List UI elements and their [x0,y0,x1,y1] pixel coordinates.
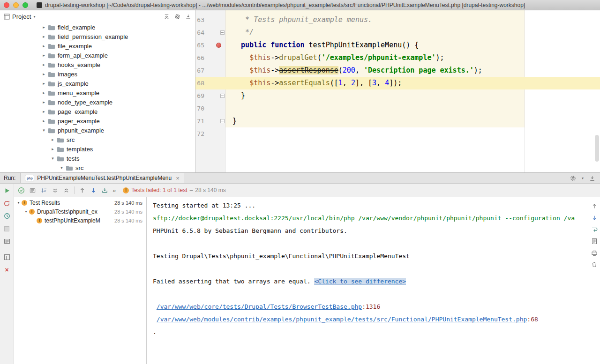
project-tree-item[interactable]: ▸file_example [0,41,195,51]
hide-panel-icon[interactable] [185,14,191,20]
editor-scrollbar-thumb[interactable] [595,135,599,162]
settings-gear-icon[interactable] [174,14,180,20]
line-number[interactable]: 70 [195,102,225,115]
minimize-window-button[interactable] [13,2,19,8]
test-result-item[interactable]: !testPhpUnitExampleM28 s 140 ms [14,216,146,225]
line-number[interactable]: 65 [195,39,225,52]
expand-all-button[interactable] [52,187,59,194]
line-number[interactable]: 71 [195,115,225,127]
console-line: PHPUnit 6.5.8 by Sebastian Bergmann and … [153,224,600,237]
run-toolbar-icons: » [18,186,116,194]
project-tree-item[interactable]: ▸js_example [0,79,195,88]
chevron-right-icon[interactable]: ▸ [41,34,46,39]
project-tree-item[interactable]: ▸node_type_example [0,97,195,107]
zoom-window-button[interactable] [22,2,28,8]
line-number[interactable]: 64 [195,26,225,39]
project-header-title[interactable]: Project [12,13,31,20]
print-console-button[interactable] [591,250,598,256]
next-failed-test-button[interactable] [90,187,97,194]
line-number[interactable]: 69 [195,89,225,102]
test-failed-gutter-icon[interactable] [216,43,221,48]
console-line: Testing Drupal\Tests\phpunit_example\Fun… [153,250,600,262]
project-tree-item[interactable]: ▸page_example [0,107,195,116]
project-tree-item[interactable]: ▸images [0,69,195,79]
stop-button[interactable] [3,225,11,232]
console-file-link[interactable]: /var/www/web/core/tests/Drupal/Tests/Bro… [157,303,362,310]
project-tree-item[interactable]: ▸form_api_example [0,51,195,60]
project-tree-item[interactable]: ▸field_permission_example [0,32,195,41]
collapse-all-button[interactable] [63,187,70,194]
fold-marker-icon[interactable] [220,119,225,123]
chevron-down-icon[interactable]: ▾ [23,209,29,214]
line-number[interactable]: 68 [195,77,225,89]
run-console[interactable]: Testing started at 13:25 ...sftp://docke… [147,197,600,364]
project-tree-item[interactable]: ▾tests [0,154,195,163]
chevron-down-icon[interactable]: ▾ [33,15,35,19]
project-tree-item[interactable]: ▸src [0,135,195,144]
project-tree-item[interactable]: ▾phpunit_example [0,126,195,135]
chevron-right-icon[interactable]: ▸ [41,100,46,104]
close-run-panel-button[interactable]: × [3,266,11,274]
sort-by-duration-toggle[interactable] [40,187,47,194]
test-result-item[interactable]: ▾!Drupal\Tests\phpunit_ex28 s 140 ms [14,207,146,216]
console-file-link[interactable]: /var/www/web/modules/contrib/examples/ph… [157,316,527,323]
chevron-right-icon[interactable]: ▸ [41,119,46,123]
toggle-auto-test-button[interactable] [3,212,11,220]
restore-layout-button[interactable] [3,253,11,261]
chevron-right-icon[interactable]: ▸ [41,25,46,30]
run-tab[interactable]: php PHPUnitExampleMenuTest.testPhpUnitEx… [20,173,184,183]
title-bar[interactable]: drupal-testing-workshop [~/Code/os/drupa… [0,0,600,10]
down-stack-trace-button[interactable] [591,215,598,221]
fold-marker-icon[interactable] [220,94,225,98]
chevron-down-icon[interactable]: ▾ [59,165,64,170]
scroll-to-end-button[interactable] [591,238,598,245]
line-number[interactable]: 67 [195,64,225,77]
show-ignored-toggle[interactable] [29,187,36,194]
chevron-down-icon[interactable]: ▾ [41,128,46,133]
previous-failed-test-button[interactable] [79,187,86,194]
up-stack-trace-button[interactable] [591,203,598,209]
project-tree-item[interactable]: ▸pager_example [0,116,195,126]
project-tree-item[interactable]: ▸templates [0,144,195,154]
chevron-right-icon[interactable]: ▸ [41,53,46,58]
editor[interactable]: 63 * Tests phpunit_example menus.64 */65… [195,10,600,172]
hide-run-panel-icon[interactable] [589,175,595,181]
soft-wrap-toggle[interactable] [591,226,598,233]
chevron-right-icon[interactable]: ▸ [41,72,46,76]
more-actions-icon[interactable]: » [112,187,116,194]
chevron-right-icon[interactable]: ▸ [50,147,55,151]
collapse-all-icon[interactable] [164,14,170,20]
rerun-button[interactable] [3,187,11,194]
close-window-button[interactable] [4,2,9,8]
project-tree-item[interactable]: ▸hooks_example [0,60,195,69]
show-passed-toggle[interactable] [18,187,25,194]
line-number[interactable]: 66 [195,52,225,64]
dump-threads-button[interactable] [3,238,11,245]
run-tab-bar: Run: php PHPUnitExampleMenuTest.testPhpU… [0,173,600,184]
chevron-right-icon[interactable]: ▸ [41,109,46,114]
chevron-right-icon[interactable]: ▸ [50,137,55,142]
chevron-right-icon[interactable]: ▸ [41,90,46,95]
run-settings-gear-icon[interactable] [570,175,576,181]
chevron-right-icon[interactable]: ▸ [41,81,46,86]
chevron-right-icon[interactable]: ▸ [41,62,46,67]
line-number[interactable]: 72 [195,127,225,140]
chevron-down-icon[interactable]: ▾ [50,156,55,161]
chevron-right-icon[interactable]: ▸ [41,44,46,48]
project-tree-item[interactable]: ▸field_example [0,22,195,32]
chevron-down-icon[interactable]: ▾ [582,176,584,180]
test-result-item[interactable]: ▾!Test Results28 s 140 ms [14,198,146,207]
import-test-results-button[interactable] [101,187,108,194]
test-duration: 28 s 140 ms [112,209,142,215]
fold-marker-icon[interactable] [220,30,225,35]
project-tree-item[interactable]: ▾src [0,163,195,172]
clear-console-button[interactable] [591,261,598,268]
line-number[interactable]: 63 [195,14,225,26]
diff-link[interactable]: <Click to see difference> [314,278,406,285]
rerun-failed-tests-button[interactable] [3,200,11,207]
chevron-down-icon[interactable]: ▾ [16,201,21,205]
project-tree-item[interactable]: ▸menu_example [0,88,195,97]
code-token: 'Description page exists.' [364,66,474,74]
tool-window-icon[interactable] [4,14,10,20]
close-tab-icon[interactable]: × [176,175,180,181]
